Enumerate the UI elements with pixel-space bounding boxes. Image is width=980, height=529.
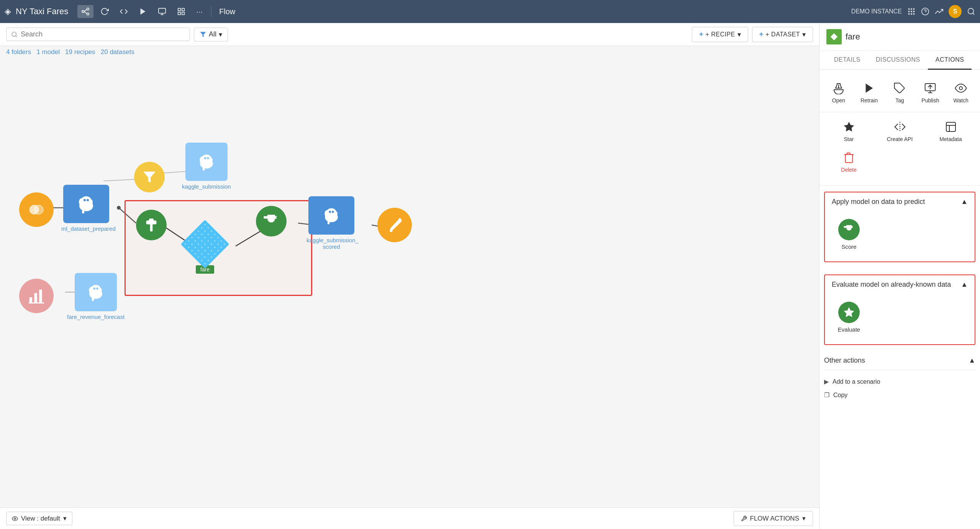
play-icon [863, 82, 875, 94]
api-icon [894, 121, 906, 133]
tag-label: Tag [895, 97, 904, 104]
refresh-nav-btn[interactable] [97, 5, 113, 18]
recipe-btn[interactable]: + + RECIPE ▾ [692, 27, 748, 42]
node-ml-dataset-prepared[interactable]: ml_dataset_prepared [61, 185, 111, 232]
flow-actions-btn[interactable]: FLOW ACTIONS ▾ [734, 511, 813, 526]
svg-rect-58 [150, 224, 153, 232]
toolbar: All ▾ + + RECIPE ▾ + + DATASET ▾ [0, 23, 819, 46]
other-actions-header[interactable]: Other actions ▲ [824, 351, 975, 370]
svg-marker-76 [831, 33, 837, 40]
action-watch[interactable]: Watch [946, 77, 976, 108]
search-input[interactable] [21, 30, 185, 38]
add-to-scenario-item[interactable]: ▶ Add to a scenario [824, 375, 975, 388]
node-stats[interactable] [19, 279, 54, 313]
folders-link[interactable]: 4 folders [6, 48, 31, 56]
search-box[interactable] [6, 28, 190, 41]
flow-nav-btn[interactable] [77, 5, 93, 18]
action-metadata[interactable]: Metadata [925, 116, 976, 147]
node-join[interactable] [19, 192, 54, 227]
apply-model-header[interactable]: Apply model on data to predict ▲ [825, 192, 975, 211]
svg-marker-28 [200, 32, 206, 37]
copy-item[interactable]: ❐ Copy [824, 388, 975, 402]
action-tag[interactable]: Tag [885, 77, 915, 108]
action-delete[interactable]: Delete [823, 147, 874, 177]
view-select[interactable]: View : default ▾ [6, 512, 72, 525]
svg-rect-11 [182, 12, 184, 15]
action-create-api[interactable]: Create API [874, 116, 925, 147]
retrain-label: Retrain [860, 97, 878, 104]
node-fare[interactable]: fare [188, 227, 222, 274]
svg-point-48 [89, 199, 93, 205]
evaluate-label: Evaluate [838, 326, 860, 333]
search-nav-icon[interactable] [967, 7, 975, 16]
demo-instance-label: DEMO INSTANCE [851, 8, 902, 15]
deploy-nav-btn[interactable] [154, 5, 170, 18]
apply-model-content: Score [825, 211, 975, 261]
panel-tabs: DETAILS DISCUSSIONS ACTIONS [819, 51, 980, 70]
recipes-link[interactable]: 19 recipes [65, 48, 95, 56]
run-nav-btn[interactable] [135, 5, 151, 18]
svg-rect-87 [946, 122, 955, 131]
tab-details[interactable]: DETAILS [826, 51, 868, 70]
action-publish[interactable]: Publish [915, 77, 946, 108]
watch-label: Watch [954, 97, 969, 104]
action-retrain[interactable]: Retrain [854, 77, 885, 108]
node-brush-recipe[interactable] [377, 208, 412, 242]
node-kaggle-scored[interactable]: kaggle_submission_scored [306, 196, 356, 250]
svg-line-4 [84, 12, 87, 14]
svg-rect-19 [908, 13, 910, 15]
svg-point-64 [332, 211, 334, 213]
svg-point-61 [324, 210, 329, 217]
right-panel: fare DETAILS DISCUSSIONS ACTIONS Open Re… [819, 23, 980, 529]
datasets-link[interactable]: 20 datasets [101, 48, 134, 56]
view-label: View : default [21, 515, 60, 522]
svg-rect-10 [182, 8, 184, 11]
code-nav-btn[interactable] [116, 5, 132, 18]
svg-point-75 [14, 518, 16, 519]
apply-model-chevron: ▲ [961, 198, 968, 206]
fare-diamond [180, 220, 229, 268]
main-layout: All ▾ + + RECIPE ▾ + + DATASET ▾ 4 folde… [0, 23, 980, 529]
svg-point-1 [87, 8, 89, 10]
grid-nav-btn[interactable] [173, 5, 189, 18]
flow-canvas[interactable]: ml_dataset_prepared kaggle_submission [0, 58, 819, 529]
score-item[interactable]: Score [832, 215, 866, 254]
tab-discussions[interactable]: DISCUSSIONS [868, 51, 928, 70]
evaluate-model-chevron: ▲ [961, 281, 968, 289]
evaluate-model-content: Evaluate [825, 294, 975, 344]
flow-actions-label: FLOW ACTIONS [750, 515, 799, 522]
svg-rect-21 [913, 13, 915, 15]
evaluate-model-title: Evaluate model on already-known data [832, 281, 951, 289]
score-label: Score [841, 243, 856, 250]
kaggle-scored-label: kaggle_submission_scored [306, 237, 356, 250]
other-actions-title: Other actions [824, 356, 865, 365]
fare-revenue-label: fare_revenue_forecast [67, 314, 125, 320]
apps-icon[interactable] [907, 7, 916, 16]
svg-rect-65 [29, 297, 32, 303]
more-nav-btn[interactable]: ··· [192, 5, 206, 18]
evaluate-item[interactable]: Evaluate [832, 298, 866, 337]
node-train-recipe[interactable] [136, 210, 167, 240]
action-star[interactable]: Star [823, 116, 874, 147]
help-icon[interactable] [921, 7, 929, 16]
node-score-recipe[interactable] [256, 206, 287, 237]
svg-rect-6 [159, 8, 166, 13]
evaluate-model-header[interactable]: Evaluate model on already-known data ▲ [825, 275, 975, 294]
svg-line-3 [84, 10, 87, 12]
flow-area: All ▾ + + RECIPE ▾ + + DATASET ▾ 4 folde… [0, 23, 819, 529]
filter-dropdown[interactable]: All ▾ [194, 28, 228, 41]
kaggle-submission-label: kaggle_submission [182, 183, 231, 190]
node-funnel[interactable] [134, 162, 165, 192]
dataset-btn[interactable]: + + DATASET ▾ [752, 27, 813, 42]
top-nav: ◈ NY Taxi Fares ··· Flow DEMO INSTANCE S [0, 0, 980, 23]
svg-rect-16 [908, 11, 910, 12]
action-open[interactable]: Open [823, 77, 854, 108]
svg-line-25 [973, 13, 974, 15]
tab-actions[interactable]: ACTIONS [928, 51, 972, 70]
user-avatar[interactable]: S [949, 5, 962, 18]
model-link[interactable]: 1 model [36, 48, 60, 56]
trend-icon[interactable] [935, 7, 943, 16]
node-kaggle-submission[interactable]: kaggle_submission [182, 143, 231, 190]
svg-point-71 [89, 287, 94, 294]
node-fare-revenue[interactable]: fare_revenue_forecast [67, 273, 125, 320]
